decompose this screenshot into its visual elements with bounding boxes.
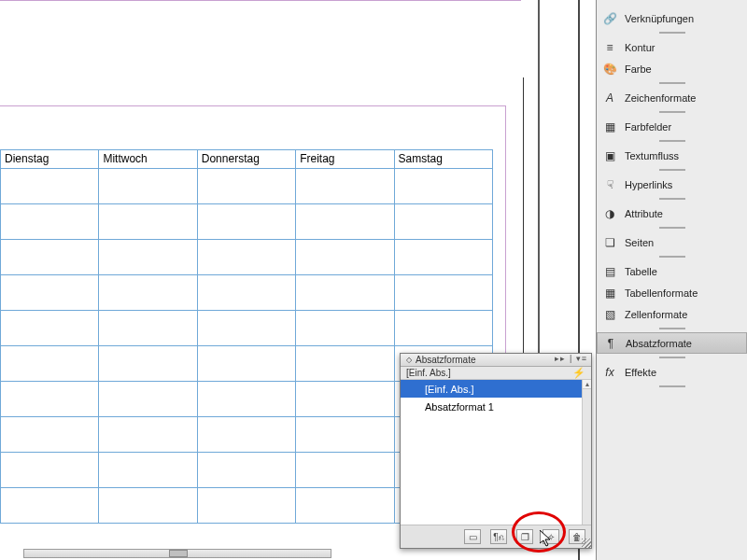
- panel-label: Tabelle: [625, 266, 657, 277]
- panel-attribute[interactable]: ◑ Attribute: [597, 203, 747, 224]
- panel-label: Zellenformate: [625, 309, 687, 320]
- list-item[interactable]: Absatzformat 1: [401, 398, 582, 415]
- current-style-label: [Einf. Abs.]: [406, 368, 451, 378]
- new-group-button[interactable]: ❐: [516, 529, 533, 544]
- table-header[interactable]: Freitag: [296, 150, 394, 169]
- table-style-icon: ▦: [602, 286, 617, 301]
- panel-title-label: Absatzformate: [416, 355, 475, 365]
- panel-textumfluss[interactable]: ▣ Textumfluss: [597, 145, 747, 166]
- panel-kontur[interactable]: ≡ Kontur: [597, 36, 747, 58]
- panel-hyperlinks[interactable]: ☟ Hyperlinks: [597, 174, 747, 195]
- panel-grip[interactable]: [659, 198, 685, 200]
- margin-guide-top: [0, 0, 521, 1]
- table-header[interactable]: Dienstag: [1, 150, 99, 169]
- list-scrollbar[interactable]: ▴: [582, 380, 591, 525]
- panel-label: Effekte: [625, 367, 656, 378]
- new-style-button[interactable]: ✧: [543, 529, 559, 544]
- panel-grip[interactable]: [659, 140, 685, 142]
- panel-grip[interactable]: [659, 357, 685, 358]
- current-style-row: [Einf. Abs.] ⚡: [401, 367, 591, 380]
- panel-label: Zeichenformate: [625, 92, 696, 104]
- hyperlink-icon: ☟: [602, 177, 617, 192]
- scroll-up-icon[interactable]: ▴: [583, 380, 591, 389]
- char-style-icon: A: [602, 91, 617, 105]
- style-list[interactable]: [Einf. Abs.] Absatzformat 1 ▴: [401, 380, 591, 525]
- clear-override-button[interactable]: ¶⎌: [490, 529, 507, 544]
- table-header[interactable]: Mittwoch: [99, 150, 197, 169]
- panel-label: Attribute: [625, 208, 663, 219]
- para-style-icon: ¶: [603, 336, 618, 351]
- table-header[interactable]: Donnerstag: [197, 150, 295, 169]
- panel-label: Farbfelder: [625, 121, 671, 133]
- cell-style-icon: ▧: [602, 307, 617, 322]
- panel-label: Textumfluss: [625, 150, 679, 161]
- panel-label: Farbe: [625, 63, 652, 75]
- horizontal-scrollbar[interactable]: [23, 549, 331, 558]
- panel-zellenformate[interactable]: ▧ Zellenformate: [597, 303, 747, 325]
- folder-button[interactable]: ▭: [464, 529, 481, 544]
- absatzformate-panel[interactable]: ◇ Absatzformate ▸▸ | ▾≡ [Einf. Abs.] ⚡ […: [400, 353, 592, 549]
- panel-label: Verknüpfungen: [625, 13, 694, 24]
- panel-farbe[interactable]: 🎨 Farbe: [597, 58, 747, 79]
- panel-grip[interactable]: [659, 82, 685, 84]
- panel-grip[interactable]: [659, 111, 685, 113]
- panel-label: Hyperlinks: [625, 179, 672, 190]
- panel-seiten[interactable]: ❏ Seiten: [597, 231, 747, 253]
- attribute-icon: ◑: [602, 206, 617, 221]
- link-icon: 🔗: [602, 11, 617, 26]
- panel-grip[interactable]: [659, 169, 685, 171]
- panel-label: Tabellenformate: [625, 287, 698, 299]
- panel-tabelle[interactable]: ▤ Tabelle: [597, 260, 747, 282]
- panel-grip[interactable]: [659, 227, 685, 229]
- list-item-label: Absatzformat 1: [425, 401, 494, 413]
- panel-grip[interactable]: [659, 328, 685, 329]
- panel-absatzformate[interactable]: ¶ Absatzformate: [597, 332, 747, 354]
- panel-farbfelder[interactable]: ▦ Farbfelder: [597, 116, 747, 137]
- swatches-icon: ▦: [602, 119, 617, 134]
- resize-handle[interactable]: [582, 539, 591, 548]
- panel-grip[interactable]: [659, 32, 685, 34]
- quick-apply-icon[interactable]: ⚡: [572, 367, 585, 379]
- collapse-icon[interactable]: ◇: [406, 356, 412, 364]
- color-icon: 🎨: [602, 62, 617, 77]
- pages-icon: ❏: [602, 235, 617, 250]
- panel-dock: 🔗 Verknüpfungen ≡ Kontur 🎨 Farbe A Zeich…: [596, 0, 747, 560]
- panel-grip[interactable]: [659, 256, 685, 258]
- panel-label: Seiten: [625, 237, 654, 248]
- panel-tabellenformate[interactable]: ▦ Tabellenformate: [597, 282, 747, 303]
- stroke-icon: ≡: [602, 40, 617, 55]
- panel-label: Kontur: [625, 42, 655, 53]
- table-icon: ▤: [602, 264, 617, 279]
- table-header[interactable]: Samstag: [394, 150, 492, 169]
- panel-zeichenformate[interactable]: A Zeichenformate: [597, 87, 747, 108]
- list-item-label: [Einf. Abs.]: [425, 384, 474, 395]
- panel-effekte[interactable]: fx Effekte: [597, 361, 747, 383]
- panel-verknuepfungen[interactable]: 🔗 Verknüpfungen: [597, 7, 747, 29]
- panel-footer: ▭ ¶⎌ ❐ ✧ 🗑: [401, 525, 591, 548]
- panel-grip[interactable]: [659, 385, 685, 387]
- fx-icon: fx: [602, 365, 617, 380]
- page-shadow: [538, 0, 540, 355]
- scrollbar-thumb[interactable]: [169, 550, 188, 557]
- panel-menu-icon[interactable]: ▸▸ | ▾≡: [555, 354, 587, 363]
- panel-label: Absatzformate: [626, 338, 692, 349]
- list-item[interactable]: [Einf. Abs.]: [401, 380, 582, 398]
- textwrap-icon: ▣: [602, 148, 617, 163]
- panel-titlebar[interactable]: ◇ Absatzformate ▸▸ | ▾≡: [401, 354, 591, 367]
